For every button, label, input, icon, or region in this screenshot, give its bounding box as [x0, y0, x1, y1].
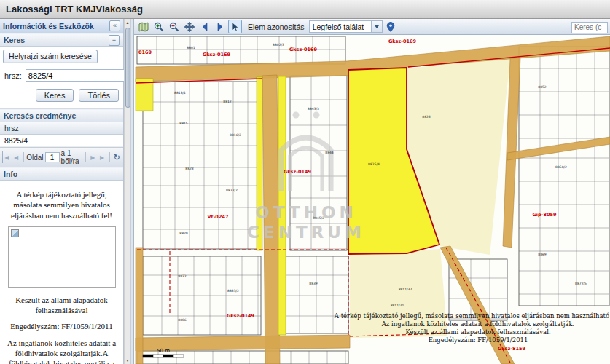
scale-label: 50 m [157, 348, 170, 354]
map-search-wrap [571, 20, 608, 33]
chevron-down-icon [375, 25, 379, 31]
map-search-input[interactable] [571, 22, 608, 33]
collapse-section-icon[interactable]: − [109, 35, 120, 46]
info-image-placeholder [8, 226, 116, 288]
road-left-edge [136, 248, 143, 364]
identify-label: Elem azonosítás [248, 23, 305, 31]
parcel-number-label: 8845/2 [313, 216, 324, 220]
page-next-button[interactable]: ▶ [89, 151, 97, 163]
marker-button[interactable] [384, 20, 398, 33]
zone-code-label: Gip-8059 [532, 212, 556, 218]
search-section-header[interactable]: Keres − [0, 33, 123, 47]
sidebar-panel-title: Információk és Eszközök [3, 22, 94, 31]
parcel-number-label: 8869 [538, 253, 547, 256]
combo-trigger-button[interactable] [371, 21, 382, 32]
zone-code-label: Vt-0247 [208, 214, 229, 220]
broken-image-icon [11, 229, 19, 237]
watermark-logo-dot [313, 112, 320, 119]
watermark-logo-dot [293, 112, 300, 119]
parcel-number-label: 8823 [185, 167, 194, 170]
zoom-out-button[interactable] [167, 20, 181, 33]
identify-icon [230, 21, 241, 33]
map-disclaimer-line: A térkép tájékoztató jellegű, másolata s… [334, 312, 610, 320]
full-extent-button[interactable] [136, 20, 150, 33]
info-license-text: Engedélyszám: FF/1059/1/2011 [6, 321, 117, 331]
marker-icon [385, 21, 396, 33]
search-button[interactable]: Keres [36, 89, 74, 102]
parcel-number-label: 8839 [309, 282, 318, 285]
zoom-in-icon [153, 21, 165, 33]
land-office-text: Az ingatlanok közhiteles adatait a földh… [7, 339, 116, 364]
parcel-number-label: 8858/2 [555, 165, 567, 169]
zoom-out-icon [168, 21, 180, 33]
identify-mode-select[interactable]: Legfelső találat [309, 20, 383, 33]
parcel-number-label: 8843/3 [308, 107, 319, 111]
hrsz-input[interactable] [26, 69, 135, 82]
parcel-number-label: 8844 [325, 151, 334, 154]
parcel-number-label: 8816/2 [230, 133, 241, 137]
zone-code-label: Gksz-0169 [203, 52, 231, 58]
app-window: Lakossági TRT KMJVlakosság Információk é… [0, 0, 610, 364]
cadastral-map[interactable]: OTTHON CENTRUM 50 m 88018802/38813/18812… [134, 35, 610, 364]
zone-code-label: Gksz-0149 [284, 169, 312, 175]
zone-yellow-left [136, 79, 153, 111]
parcel-number-label: 8872/5 [575, 282, 587, 285]
scroll-up-icon[interactable]: ▲ [126, 19, 130, 26]
scroll-down-icon[interactable]: ▼ [126, 357, 130, 364]
sidebar-scrollbar[interactable]: ▲ ▼ [124, 19, 130, 364]
parcel-number-label: 8802/3 [273, 43, 284, 47]
info-land-office-text: Az ingatlanok közhiteles adatait a földh… [6, 338, 117, 364]
results-row[interactable]: 8825/4 [0, 135, 123, 147]
app-header: Lakossági TRT KMJVlakosság [0, 0, 610, 19]
parcel-number-label: 8806 [178, 318, 187, 322]
zone-code-label: Gksz-0149 [227, 313, 255, 319]
collapse-panel-icon[interactable]: « [109, 20, 120, 31]
parcel-number-label: 8825/4 [368, 162, 380, 166]
paging-separator [85, 152, 86, 162]
tab-hrsz-search[interactable]: Helyrajzi szám keresése [3, 50, 98, 63]
page-last-button[interactable]: ▶ [98, 151, 106, 163]
app-title: Lakossági TRT KMJVlakosság [6, 4, 143, 15]
page-prev-button[interactable]: ◀ [12, 151, 20, 163]
zone-code-label: 0169 [138, 50, 152, 55]
sidebar-panel-header: Információk és Eszközök « [0, 19, 123, 33]
previous-extent-icon [199, 21, 211, 33]
zone-code-label: Gksz-8159 [498, 346, 526, 352]
sidebar: Információk és Eszközök « Keres − Helyra… [0, 19, 124, 364]
results-column-header[interactable]: hrsz [0, 122, 123, 135]
parcel-number-label: 8829 [179, 232, 188, 235]
previous-extent-button[interactable] [198, 20, 211, 33]
next-extent-button[interactable] [213, 20, 227, 33]
refresh-icon[interactable]: ↻ [113, 151, 121, 163]
results-section-header[interactable]: Keresés eredménye [0, 109, 123, 122]
search-buttons-row: Keres Törlés [0, 84, 123, 109]
main-content: Információk és Eszközök « Keres − Helyra… [0, 19, 610, 364]
page-first-button[interactable]: ◀ [2, 151, 10, 163]
zoom-in-button[interactable] [152, 20, 165, 33]
info-disclaimer: A térkép tájékoztató jellegű, másolata s… [6, 189, 117, 221]
pan-icon [184, 21, 195, 33]
page-number-input[interactable] [45, 152, 60, 162]
pan-button[interactable] [182, 20, 196, 33]
identify-mode-value: Legfelső találat [310, 21, 371, 32]
hrsz-form-row: hrsz: [0, 63, 123, 84]
page-suffix: a 1-ből/ra [61, 149, 82, 165]
map-canvas[interactable]: OTTHON CENTRUM 50 m 88018802/38813/18812… [134, 35, 610, 364]
watermark-text: OTTHON [255, 203, 357, 222]
search-section-title: Keres [4, 36, 25, 44]
identify-button[interactable] [228, 20, 242, 33]
parcel-number-label: 8811/21 [391, 304, 404, 307]
info-made-text: Készült az állami alapadatok felhasználá… [6, 295, 117, 316]
info-section-title: Info [4, 170, 17, 178]
info-section-header[interactable]: Info [0, 167, 123, 181]
watermark-text: CENTRUM [247, 223, 365, 242]
parcel-number-label: 8832 [178, 274, 187, 278]
clear-button[interactable]: Törlés [79, 89, 119, 102]
scrollbar-track[interactable] [125, 26, 130, 357]
full-extent-icon [138, 21, 149, 33]
paging-toolbar: ◀ ◀ Oldal a 1-ből/ra ▶ ▶ ↻ [0, 147, 123, 167]
scrollbar-thumb[interactable] [125, 28, 130, 108]
map-disclaimer-line: Készült az állami alapadatok felhasználá… [405, 328, 550, 336]
map-toolbar: Elem azonosítás Legfelső találat [134, 19, 610, 35]
parcel-number-label: 8812 [223, 100, 232, 103]
